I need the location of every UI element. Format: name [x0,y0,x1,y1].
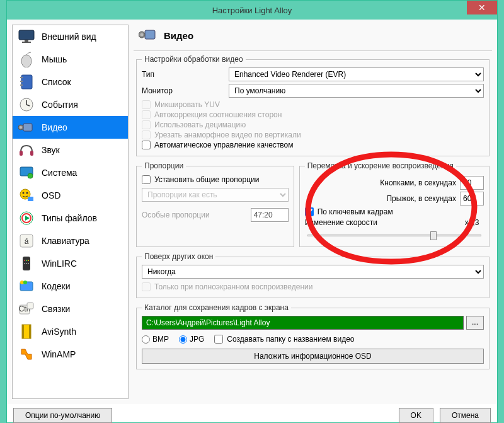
sidebar-item-label: События [42,100,78,110]
sidebar-item-label: Внешний вид [42,32,96,42]
proportions-select: Пропорции как есть [142,188,289,202]
svg-rect-5 [20,77,23,78]
overlay-osd-button[interactable]: Наложить информационное OSD [142,349,484,364]
sidebar-item-label: OSD [42,190,60,200]
sidebar-item-label: Кодеки [42,281,71,291]
group-legend: Настройки обработки видео [142,55,246,64]
sidebar-item-winlirc[interactable]: WinLIRC [13,252,128,275]
sidebar-item-label: WinLIRC [42,258,77,269]
svg-point-27 [28,260,29,261]
group-legend: Пропорции [142,161,186,170]
speed-slider[interactable] [305,229,484,241]
speed-change-label: Изменение скорости [305,218,456,227]
sidebar-item-sound[interactable]: Звук [13,139,128,161]
svg-rect-1 [25,40,28,42]
group-legend: Поверх других окон [142,252,215,261]
cancel-button[interactable]: Отмена [440,408,491,423]
jump-sec-label: Прыжок, в секундах [305,194,456,203]
svg-rect-0 [19,30,34,40]
sidebar-item-osd[interactable]: OSD [13,184,128,207]
svg-rect-7 [20,84,23,86]
create-folder-checkbox[interactable]: Создавать папку с названием видео [214,335,354,344]
sidebar-item-events[interactable]: События [13,93,128,116]
svg-point-42 [140,33,144,37]
sidebar-item-system[interactable]: Система [13,161,128,184]
monitor-label: Монитор [142,86,224,95]
svg-rect-40 [145,30,155,39]
sidebar-item-filetypes[interactable]: Типы файлов [13,207,128,229]
crop-anamorphic-checkbox [142,130,151,139]
group-video-processing: Настройки обработки видео Тип Enhanced V… [136,55,490,156]
svg-rect-6 [20,81,23,82]
svg-rect-4 [21,75,32,89]
svg-rect-12 [20,151,23,156]
sidebar-item-label: Типы файлов [42,213,97,223]
sidebar-item-label: WinAMP [42,349,76,359]
set-common-proportions-checkbox[interactable] [142,175,151,184]
svg-text:á: á [25,237,29,246]
group-proportions: Пропорции Установить общие пропорции Про… [136,161,294,247]
remote-icon [18,255,35,272]
svg-point-25 [24,260,25,261]
svg-rect-13 [30,151,33,156]
notebook-icon [18,73,35,91]
browse-button[interactable]: ... [466,316,484,330]
type-label: Тип [142,70,224,79]
settings-window: Настройки Light Alloy ✕ Внешний вид Мышь… [6,0,498,423]
keyframes-label: По ключевым кадрам [318,207,393,216]
auto-quality-label: Автоматическое управление качеством [154,141,293,149]
sidebar-item-mouse[interactable]: Мышь [13,48,128,71]
sidebar-item-avisynth[interactable]: AviSynth [13,320,128,343]
sidebar-item-video[interactable]: Видео [13,116,128,139]
svg-point-30 [28,263,29,264]
sidebar-item-label: Видео [42,122,67,132]
sidebar-item-label: Список [42,77,71,87]
svg-point-3 [21,55,32,67]
play-icon [18,209,35,227]
bmp-radio[interactable]: BMP [142,335,169,344]
osd-icon [18,187,35,204]
mouse-icon [18,50,35,68]
mix-yuv-checkbox [142,100,151,109]
key-a-icon: á [18,232,35,250]
defaults-button[interactable]: Опции по-умолчанию [13,408,112,423]
custom-proportions-input [251,208,289,222]
custom-proportions-label: Особые пропорции [142,211,246,219]
sidebar-item-label: Мышь [42,54,67,64]
group-on-top: Поверх других окон Никогда Только при по… [136,252,490,298]
sidebar-item-label: Система [42,168,77,178]
capture-path-input[interactable]: C:\Users\Андрей\Pictures\Light Alloy [142,316,464,330]
monitor-icon [18,28,35,45]
ok-button[interactable]: OK [399,408,433,423]
monitor-select[interactable]: По умолчанию [229,84,484,98]
autocorrect-ar-checkbox [142,110,151,119]
ctrl-key-icon: Ctrl [18,300,35,318]
sidebar-item-appearance[interactable]: Внешний вид [13,25,128,48]
sidebar-item-keyboard[interactable]: á Клавиатура [13,229,128,252]
camcorder-icon [18,119,35,136]
keyframes-checkbox[interactable] [305,207,314,216]
svg-rect-19 [28,197,33,201]
jpg-radio[interactable]: JPG [179,335,204,344]
footer: Опции по-умолчанию OK Отмена [7,404,497,423]
renderer-type-select[interactable]: Enhanced Video Renderer (EVR) [229,67,484,81]
sidebar-item-winamp[interactable]: WinAMP [13,343,128,366]
svg-rect-36 [27,303,33,309]
sidebar-item-label: AviSynth [42,327,76,337]
svg-point-29 [26,263,27,264]
close-button[interactable]: ✕ [467,1,497,14]
on-top-select[interactable]: Никогда [142,265,484,279]
autocorrect-ar-label: Автокоррекция соотношения сторон [154,110,282,119]
svg-point-26 [26,260,27,261]
headphones-icon [18,141,35,159]
fullscreen-only-checkbox [142,282,151,291]
buttons-sec-input[interactable] [460,176,484,190]
codec-icon [18,277,35,295]
sidebar-item-list[interactable]: Список [13,71,128,93]
auto-quality-checkbox[interactable] [142,141,151,149]
page-title: Видео [164,30,193,41]
jump-sec-input[interactable] [460,192,484,206]
sidebar-item-codecs[interactable]: Кодеки [13,275,128,298]
sidebar-item-bindings[interactable]: Ctrl Связки [13,298,128,320]
group-seek-speed: Перемотка и ускорение воспроизведения Кн… [299,161,490,247]
